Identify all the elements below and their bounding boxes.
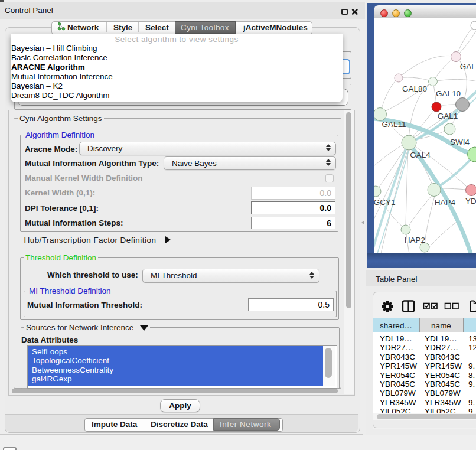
svg-text:GAL1: GAL1: [438, 112, 458, 120]
svg-text:GAL7: GAL7: [460, 62, 476, 71]
svg-text:GAL11: GAL11: [382, 120, 406, 129]
svg-text:HAP2: HAP2: [405, 236, 425, 244]
svg-text:GAL10: GAL10: [436, 89, 461, 98]
svg-text:SWI4: SWI4: [450, 138, 470, 146]
svg-text:GCY1: GCY1: [374, 198, 395, 207]
svg-text:HAP4: HAP4: [435, 198, 456, 207]
svg-text:GAL4: GAL4: [410, 151, 431, 159]
svg-text:GAL80: GAL80: [402, 84, 427, 93]
svg-text:YD: YD: [465, 197, 476, 206]
